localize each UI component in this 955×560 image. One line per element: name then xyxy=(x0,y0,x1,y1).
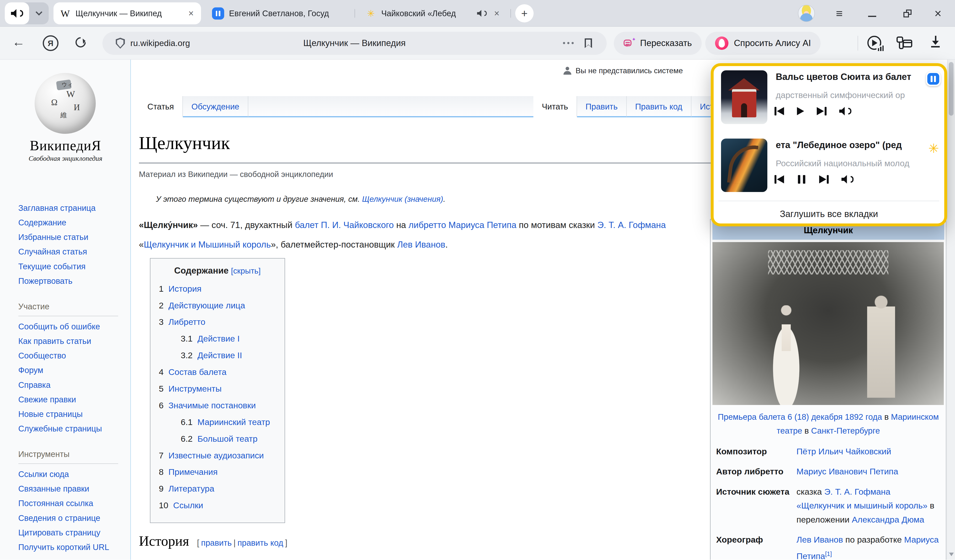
speaker-button[interactable] xyxy=(5,2,29,24)
wiki-tab-Читать[interactable]: Читать xyxy=(533,96,577,117)
toc-link[interactable]: Мариинский театр xyxy=(197,417,270,427)
back-button[interactable]: ← xyxy=(12,34,25,49)
wiki-tab-Править[interactable]: Править xyxy=(577,96,627,117)
next-track-button[interactable] xyxy=(819,175,829,184)
yandex-button[interactable]: Я xyxy=(43,35,58,51)
toc-link[interactable]: Действующие лица xyxy=(169,301,245,310)
wiki-link[interactable]: 1892 года xyxy=(845,412,882,421)
previous-track-button[interactable] xyxy=(775,175,784,184)
edit-code-link[interactable]: править код xyxy=(238,538,283,548)
media-player-icon[interactable] xyxy=(867,36,881,50)
wiki-link[interactable]: Александра Дюма xyxy=(852,515,924,524)
pause-button[interactable] xyxy=(797,175,806,184)
toc-link[interactable]: Инструменты xyxy=(169,384,222,393)
toc-link[interactable]: Примечания xyxy=(169,467,218,477)
close-window-button[interactable]: × xyxy=(930,5,946,22)
minimize-button[interactable] xyxy=(864,5,880,22)
wiki-tab-Править код[interactable]: Править код xyxy=(627,96,691,117)
toc-link[interactable]: История xyxy=(169,284,202,293)
audio-card-swan-lake[interactable]: ✳ ета "Лебединое озеро" (ред Российский … xyxy=(721,139,939,195)
sidebar-link[interactable]: Пожертвовать xyxy=(19,274,123,289)
toc-link[interactable]: Действие I xyxy=(197,334,240,343)
sidebar-link[interactable]: Свежие правки xyxy=(19,392,123,407)
sidebar-link[interactable]: Справка xyxy=(19,378,123,392)
toc-link[interactable]: Либретто xyxy=(169,317,205,327)
wiki-link[interactable]: Мариус Иванович Петипа xyxy=(797,467,898,476)
sidebar-link[interactable]: Случайная статья xyxy=(19,245,123,259)
sidebar-link[interactable]: Форум xyxy=(19,363,123,377)
wiki-tab-Обсуждение[interactable]: Обсуждение xyxy=(183,96,248,117)
wikipedia-globe-logo[interactable]: W И Ω 維 ウィ xyxy=(34,73,96,134)
downloads-icon[interactable] xyxy=(931,36,941,47)
sidebar-link[interactable]: Новые страницы xyxy=(19,407,123,421)
retell-button[interactable]: ✦ Пересказать xyxy=(614,32,701,55)
wiki-link[interactable]: Щелкунчик (значения) xyxy=(362,195,443,203)
wiki-link[interactable]: 6 (18) декабря xyxy=(787,412,842,421)
volume-button[interactable] xyxy=(839,107,852,115)
toc-link[interactable]: Действие II xyxy=(197,351,242,360)
tab-pause-badge[interactable] xyxy=(926,72,941,86)
user-note[interactable]: Вы не представились системе xyxy=(564,66,683,75)
toc-link[interactable]: Значимые постановки xyxy=(169,401,256,410)
address-url[interactable]: ru.wikipedia.org xyxy=(130,32,190,55)
sidebar-link[interactable]: Содержание xyxy=(19,215,123,230)
previous-track-button[interactable] xyxy=(775,107,784,115)
reload-button[interactable] xyxy=(73,35,88,50)
page-scrollbar[interactable] xyxy=(947,59,955,560)
menu-button[interactable]: ≡ xyxy=(831,5,848,22)
sidebar-link[interactable]: Избранные статьи xyxy=(19,230,123,245)
wiki-link[interactable]: Лев Иванов xyxy=(397,240,446,250)
sidebar-link[interactable]: Связанные правки xyxy=(19,482,123,496)
close-icon[interactable]: × xyxy=(493,8,501,19)
sidebar-link[interactable]: Сообщить об ошибке xyxy=(19,319,123,334)
sidebar-link[interactable]: Служебные страницы xyxy=(19,421,123,436)
wiki-link[interactable]: Санкт-Петербурге xyxy=(811,426,880,435)
toc-link[interactable]: Литература xyxy=(169,484,214,493)
bookmark-icon[interactable] xyxy=(585,38,592,48)
wiki-link[interactable]: Э. Т. А. Гофмана xyxy=(824,487,890,496)
new-tab-button[interactable]: + xyxy=(515,4,534,23)
sidebar-link[interactable]: Постоянная ссылка xyxy=(19,496,123,511)
shield-icon[interactable] xyxy=(116,38,125,48)
wiki-link[interactable]: балет П. И. Чайковского xyxy=(295,220,394,230)
wiki-link[interactable]: либретто Мариуса Петипа xyxy=(409,220,517,230)
restore-button[interactable] xyxy=(899,5,916,22)
sidebar-link[interactable]: Сведения о странице xyxy=(19,511,123,526)
scrollbar-thumb[interactable] xyxy=(949,62,953,115)
ask-alice-button[interactable]: Спросить Алису AI xyxy=(705,32,820,55)
browser-tab-tchaikovsky[interactable]: ✳ Чайковский «Лебед × xyxy=(359,2,507,24)
scrollbar-down-arrow[interactable] xyxy=(949,552,954,556)
ballet-photo[interactable] xyxy=(712,242,944,405)
passwords-wallet-icon[interactable] xyxy=(897,36,912,49)
wikipedia-wordmark[interactable]: ВикипедиЯ xyxy=(0,137,131,154)
wiki-link[interactable]: Пётр Ильич Чайковский xyxy=(797,447,891,456)
toc-link[interactable]: Ссылки xyxy=(173,501,203,510)
wiki-link[interactable]: Премьера балета xyxy=(718,412,785,421)
browser-tab-wikipedia[interactable]: W Щелкунчик — Википед × xyxy=(53,2,201,24)
toc-link[interactable]: Состав балета xyxy=(169,367,227,377)
sidebar-link[interactable]: Как править статьи xyxy=(19,334,123,348)
wiki-link[interactable]: Э. Т. А. Гофмана xyxy=(597,220,666,230)
address-bar[interactable]: Щелкунчик — Википедия ru.wikipedia.org xyxy=(102,32,607,55)
sidebar-link[interactable]: Ссылки сюда xyxy=(19,467,123,482)
toc-hide-toggle[interactable]: [скрыть] xyxy=(231,267,261,275)
wiki-link[interactable]: «Щелкунчик и мышиный король» xyxy=(797,501,928,510)
edit-link[interactable]: править xyxy=(201,538,232,548)
browser-tab-svetlanov[interactable]: Евгений Светланов, Госуд xyxy=(206,2,351,24)
wiki-tab-Статья[interactable]: Статья xyxy=(139,96,183,117)
sidebar-link[interactable]: Текущие события xyxy=(19,259,123,274)
wiki-link[interactable]: Щелкунчик и Мышиный король xyxy=(144,240,271,250)
toc-link[interactable]: Большой театр xyxy=(197,434,257,444)
sidebar-link[interactable]: Сообщество xyxy=(19,348,123,363)
sidebar-link[interactable]: Получить короткий URL xyxy=(19,540,123,555)
more-options-icon[interactable] xyxy=(563,42,574,44)
sound-menu-button[interactable] xyxy=(29,2,49,24)
mute-all-tabs-button[interactable]: Заглушить все вкладки xyxy=(714,205,944,223)
wiki-link[interactable]: Лев Иванов xyxy=(797,535,843,544)
sidebar-link[interactable]: Цитировать страницу xyxy=(19,526,123,540)
sidebar-link[interactable]: Заглавная страница xyxy=(19,201,123,215)
close-icon[interactable]: × xyxy=(187,8,195,19)
play-button[interactable] xyxy=(797,107,804,115)
audio-card-nutcracker[interactable]: Вальс цветов Сюита из балет дарственный … xyxy=(721,70,939,126)
volume-button[interactable] xyxy=(841,175,853,184)
